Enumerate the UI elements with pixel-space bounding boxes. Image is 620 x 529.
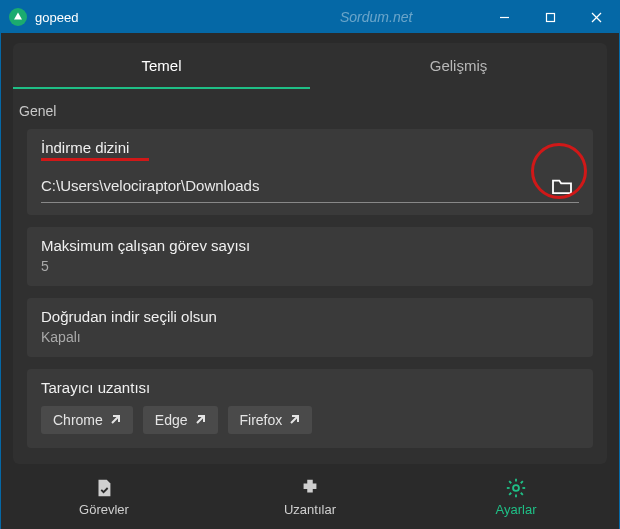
svg-rect-1	[546, 13, 554, 21]
window-controls	[481, 1, 619, 33]
max-tasks-label: Maksimum çalışan görev sayısı	[41, 237, 579, 254]
extensions-icon	[299, 477, 321, 499]
download-dir-label: İndirme dizini	[41, 139, 579, 156]
section-general-label: Genel	[13, 89, 607, 129]
browse-folder-button[interactable]	[545, 172, 579, 200]
highlight-underline	[41, 158, 149, 161]
browser-extension-card: Tarayıcı uzantısı Chrome Edge Firefox	[27, 369, 593, 448]
tab-advanced[interactable]: Gelişmiş	[310, 43, 607, 89]
bottom-nav: Görevler Uzantılar Ayarlar	[1, 465, 619, 529]
minimize-button[interactable]	[481, 1, 527, 33]
max-tasks-value: 5	[41, 258, 579, 274]
nav-tasks[interactable]: Görevler	[1, 465, 207, 529]
download-dir-input[interactable]	[41, 171, 537, 200]
watermark: Sordum.net	[340, 9, 412, 25]
max-tasks-card[interactable]: Maksimum çalışan görev sayısı 5	[27, 227, 593, 286]
direct-download-card[interactable]: Doğrudan indir seçili olsun Kapalı	[27, 298, 593, 357]
settings-tabs: Temel Gelişmiş	[13, 43, 607, 89]
maximize-button[interactable]	[527, 1, 573, 33]
tasks-icon	[93, 477, 115, 499]
settings-icon	[505, 477, 527, 499]
extension-firefox-button[interactable]: Firefox	[228, 406, 313, 434]
external-link-icon	[194, 414, 206, 426]
svg-line-9	[509, 481, 511, 483]
browser-extension-label: Tarayıcı uzantısı	[41, 379, 579, 396]
folder-icon	[551, 177, 573, 195]
external-link-icon	[288, 414, 300, 426]
extension-chrome-button[interactable]: Chrome	[41, 406, 133, 434]
title-bar: gopeed Sordum.net	[1, 1, 619, 33]
svg-line-10	[521, 493, 523, 495]
nav-settings[interactable]: Ayarlar	[413, 465, 619, 529]
close-button[interactable]	[573, 1, 619, 33]
tab-basic[interactable]: Temel	[13, 43, 310, 89]
external-link-icon	[109, 414, 121, 426]
direct-download-label: Doğrudan indir seçili olsun	[41, 308, 579, 325]
settings-panel: Temel Gelişmiş Genel İndirme dizini Maks…	[13, 43, 607, 464]
svg-line-11	[521, 481, 523, 483]
svg-line-12	[509, 493, 511, 495]
app-icon	[9, 8, 27, 26]
nav-extensions[interactable]: Uzantılar	[207, 465, 413, 529]
window-title: gopeed	[35, 10, 78, 25]
svg-point-4	[513, 485, 519, 491]
download-dir-card: İndirme dizini	[27, 129, 593, 215]
extension-edge-button[interactable]: Edge	[143, 406, 218, 434]
direct-download-value: Kapalı	[41, 329, 579, 345]
